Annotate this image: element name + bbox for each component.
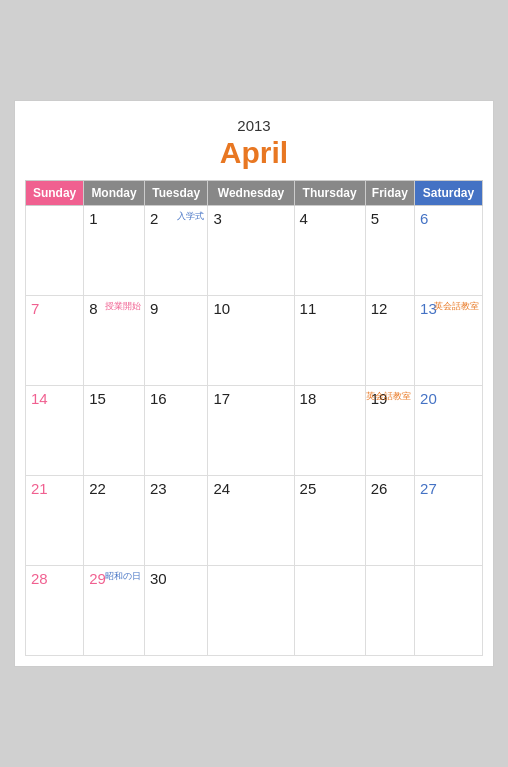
calendar-year: 2013 (25, 117, 483, 134)
calendar-cell: 2入学式 (144, 206, 208, 296)
calendar-cell: 22 (84, 476, 145, 566)
date-number: 21 (31, 480, 78, 497)
calendar-cell: 1 (84, 206, 145, 296)
date-number: 27 (420, 480, 477, 497)
calendar-cell: 30 (144, 566, 208, 656)
calendar-cell: 26 (365, 476, 414, 566)
event-label: 入学式 (177, 210, 204, 223)
header-thursday: Thursday (294, 181, 365, 206)
date-number: 9 (150, 300, 203, 317)
calendar-cell: 21 (26, 476, 84, 566)
date-number: 3 (213, 210, 288, 227)
header-monday: Monday (84, 181, 145, 206)
calendar-cell (415, 566, 483, 656)
calendar-table: Sunday Monday Tuesday Wednesday Thursday… (25, 180, 483, 656)
date-number: 23 (150, 480, 203, 497)
calendar-cell: 23 (144, 476, 208, 566)
date-number: 7 (31, 300, 78, 317)
calendar-container: 2013 April Sunday Monday Tuesday Wednesd… (14, 100, 494, 667)
calendar-cell: 19英会話教室 (365, 386, 414, 476)
calendar-header-row: Sunday Monday Tuesday Wednesday Thursday… (26, 181, 483, 206)
calendar-cell: 24 (208, 476, 294, 566)
calendar-cell: 3 (208, 206, 294, 296)
event-label: 昭和の日 (105, 570, 141, 583)
calendar-cell: 12 (365, 296, 414, 386)
calendar-cell (294, 566, 365, 656)
calendar-cell: 25 (294, 476, 365, 566)
date-number: 10 (213, 300, 288, 317)
date-number: 20 (420, 390, 477, 407)
calendar-week-row: 78授業開始910111213英会話教室 (26, 296, 483, 386)
date-number: 24 (213, 480, 288, 497)
event-label: 英会話教室 (366, 390, 411, 403)
calendar-cell: 11 (294, 296, 365, 386)
date-number: 12 (371, 300, 409, 317)
date-number: 18 (300, 390, 360, 407)
calendar-cell: 6 (415, 206, 483, 296)
calendar-week-row: 2829昭和の日30 (26, 566, 483, 656)
calendar-cell: 7 (26, 296, 84, 386)
calendar-cell: 9 (144, 296, 208, 386)
date-number: 5 (371, 210, 409, 227)
calendar-cell: 15 (84, 386, 145, 476)
calendar-cell: 18 (294, 386, 365, 476)
date-number: 17 (213, 390, 288, 407)
date-number: 25 (300, 480, 360, 497)
calendar-cell: 20 (415, 386, 483, 476)
calendar-week-row: 12入学式3456 (26, 206, 483, 296)
calendar-week-row: 21222324252627 (26, 476, 483, 566)
header-sunday: Sunday (26, 181, 84, 206)
calendar-cell (26, 206, 84, 296)
date-number: 4 (300, 210, 360, 227)
calendar-cell: 4 (294, 206, 365, 296)
calendar-cell: 14 (26, 386, 84, 476)
date-number: 16 (150, 390, 203, 407)
calendar-cell: 28 (26, 566, 84, 656)
date-number: 15 (89, 390, 139, 407)
calendar-cell (365, 566, 414, 656)
header-tuesday: Tuesday (144, 181, 208, 206)
calendar-cell: 16 (144, 386, 208, 476)
calendar-cell: 13英会話教室 (415, 296, 483, 386)
event-label: 英会話教室 (434, 300, 479, 313)
date-number: 1 (89, 210, 139, 227)
calendar-month: April (25, 136, 483, 170)
date-number: 26 (371, 480, 409, 497)
calendar-cell: 29昭和の日 (84, 566, 145, 656)
date-number: 6 (420, 210, 477, 227)
date-number: 11 (300, 300, 360, 317)
header-saturday: Saturday (415, 181, 483, 206)
event-label: 授業開始 (105, 300, 141, 313)
date-number: 22 (89, 480, 139, 497)
header-wednesday: Wednesday (208, 181, 294, 206)
date-number: 28 (31, 570, 78, 587)
calendar-week-row: 141516171819英会話教室20 (26, 386, 483, 476)
calendar-cell: 8授業開始 (84, 296, 145, 386)
calendar-cell (208, 566, 294, 656)
calendar-cell: 5 (365, 206, 414, 296)
calendar-cell: 10 (208, 296, 294, 386)
calendar-cell: 17 (208, 386, 294, 476)
calendar-cell: 27 (415, 476, 483, 566)
header-friday: Friday (365, 181, 414, 206)
date-number: 14 (31, 390, 78, 407)
date-number: 30 (150, 570, 203, 587)
